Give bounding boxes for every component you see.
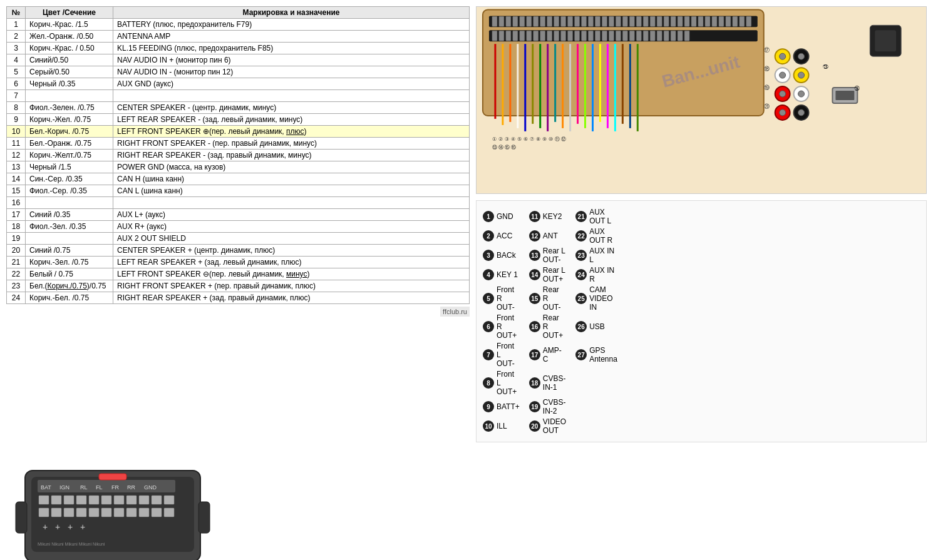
row-num: 7	[7, 90, 26, 102]
row-desc: LEFT FRONT SPEAKER ⊖(пер. левый динамик,…	[113, 268, 470, 280]
pin-label: USB	[589, 322, 605, 331]
svg-text:RR: RR	[127, 484, 135, 491]
svg-rect-146	[64, 496, 74, 504]
table-row: 7	[7, 90, 470, 102]
pin-number: 26	[575, 321, 587, 332]
pin-item: 7Front L OUT-	[483, 341, 520, 369]
svg-rect-50	[554, 31, 559, 41]
row-color: Фиол.-Зелен. /0.75	[26, 102, 113, 114]
pin-label: KEY 1	[497, 270, 518, 279]
pin-number: 13	[529, 250, 540, 261]
right-section: Ban...unit ⑰ ⑱ ⑲ ⑳ ㉕ ㉖ ㉗ ① ② ③ ④ ⑤ ⑥ ⑦	[476, 6, 927, 442]
svg-rect-13	[568, 16, 573, 26]
bottom-section: BAT IGN RL FL FR RR GND	[0, 452, 933, 560]
svg-text:⑯: ⑯	[511, 145, 516, 150]
table-row: 20Синий /0.75CENTER SPEAKER + (центр. ди…	[7, 245, 470, 257]
row-color: Корич.-Жел. /0.75	[26, 114, 113, 126]
svg-text:③: ③	[505, 136, 509, 142]
table-row: 2Жел.-Оранж. /0.50ANTENNA AMP	[7, 31, 470, 43]
pin-label: Front R OUT-	[497, 285, 520, 312]
pin-item	[575, 369, 617, 397]
row-num: 22	[7, 268, 26, 280]
row-color: Корич.-Крас. / 0.50	[26, 43, 113, 54]
table-row: 15Фиол.-Сер. /0.35CAN L (шина канн)	[7, 185, 470, 197]
row-color: Фиол.-Сер. /0.35	[26, 185, 113, 197]
svg-text:⑤: ⑤	[517, 136, 522, 142]
svg-point-97	[798, 53, 805, 59]
pin-item: 23AUX IN L	[575, 246, 617, 265]
svg-rect-68	[678, 31, 683, 41]
svg-text:⑫: ⑫	[561, 136, 566, 142]
svg-text:RL: RL	[80, 484, 88, 491]
table-row: 9Корич.-Жел. /0.75LEFT REAR SPEAKER - (з…	[7, 114, 470, 126]
pin-legend: 1GND11KEY221AUX OUT L2ACC12ANT22AUX OUT …	[476, 200, 927, 442]
svg-rect-42	[499, 31, 504, 41]
row-num: 13	[7, 161, 26, 173]
svg-rect-54	[582, 31, 587, 41]
pin-number: 19	[529, 401, 540, 412]
table-row: 13Черный /1.5POWER GND (масса, на кузов)	[7, 161, 470, 173]
row-desc: NAV AUDIO IN + (монитор пин 6)	[113, 54, 470, 66]
pin-label: KEY2	[543, 212, 562, 221]
row-color: Корич.-Зел. /0.75	[26, 257, 113, 268]
pin-label: Front L OUT-	[497, 342, 520, 368]
footer-label: ffclub.ru	[440, 307, 470, 317]
svg-rect-16	[589, 16, 594, 26]
table-row: 8Фиол.-Зелен. /0.75CENTER SPEAKER - (цен…	[7, 102, 470, 114]
pin-number: 2	[483, 230, 494, 242]
pin-label: AUX OUT L	[589, 208, 617, 225]
row-num: 1	[7, 19, 26, 31]
pin-label: Rear R OUT+	[543, 313, 566, 340]
pin-label: Rear L OUT+	[543, 266, 566, 283]
table-row: 17Синий /0.35AUX L+ (аукс)	[7, 209, 470, 221]
svg-rect-32	[698, 16, 703, 26]
pin-number: 14	[529, 269, 540, 280]
svg-rect-49	[547, 31, 552, 41]
pin-number: 17	[529, 349, 540, 360]
svg-rect-165	[164, 508, 174, 517]
pin-item: 3BACk	[483, 246, 520, 265]
pin-label: Rear L OUT-	[543, 247, 566, 264]
table-row: 22Белый / 0.75LEFT FRONT SPEAKER ⊖(пер. …	[7, 268, 470, 280]
row-color: Фиол.-Зел. /0.35	[26, 221, 113, 233]
pin-number: 25	[575, 293, 587, 304]
pin-number: 22	[575, 230, 587, 242]
svg-text:④: ④	[511, 136, 515, 142]
pin-item: 22AUX OUT R	[575, 227, 617, 245]
svg-text:②: ②	[498, 136, 503, 142]
row-desc: AUX GND (аукс)	[113, 78, 470, 90]
svg-rect-33	[705, 16, 710, 26]
row-color: Бел.-Оранж. /0.75	[26, 138, 113, 150]
svg-point-101	[798, 91, 805, 97]
pin-label: AUX IN R	[589, 266, 617, 283]
svg-rect-37	[733, 16, 738, 26]
svg-rect-46	[527, 31, 532, 41]
pin-item: 12ANT	[529, 227, 566, 245]
wire-table-section: № Цвет /Сечение Маркировка и назначение …	[6, 6, 470, 442]
svg-rect-48	[540, 31, 545, 41]
row-num: 14	[7, 173, 26, 185]
pin-item: 4KEY 1	[483, 265, 520, 284]
svg-rect-163	[139, 508, 149, 517]
table-row: 5Серый/0.50NAV AUDIO IN - (монитор пин 1…	[7, 66, 470, 78]
svg-rect-18	[602, 16, 607, 26]
row-num: 12	[7, 150, 26, 161]
svg-rect-157	[64, 508, 74, 517]
table-row: 6Черный /0.35AUX GND (аукс)	[7, 78, 470, 90]
pin-number: 18	[529, 377, 540, 389]
svg-text:FR: FR	[111, 484, 119, 491]
table-row: 24Корич.-Бел. /0.75RIGHT REAR SPEAKER + …	[7, 292, 470, 304]
svg-text:①: ①	[492, 136, 497, 142]
svg-rect-38	[740, 16, 745, 26]
row-desc: POWER GND (масса, на кузов)	[113, 161, 470, 173]
table-row: 4Синий/0.50NAV AUDIO IN + (монитор пин 6…	[7, 54, 470, 66]
row-desc: RIGHT FRONT SPEAKER + (пер. правый динам…	[113, 280, 470, 292]
svg-text:㉕: ㉕	[823, 64, 828, 70]
row-num: 17	[7, 209, 26, 221]
svg-rect-9	[540, 16, 545, 26]
pin-item: 13Rear L OUT-	[529, 246, 566, 265]
pin-number: 1	[483, 211, 494, 222]
row-num: 2	[7, 31, 26, 43]
pin-number: 15	[529, 293, 540, 304]
pin-number: 24	[575, 269, 587, 280]
